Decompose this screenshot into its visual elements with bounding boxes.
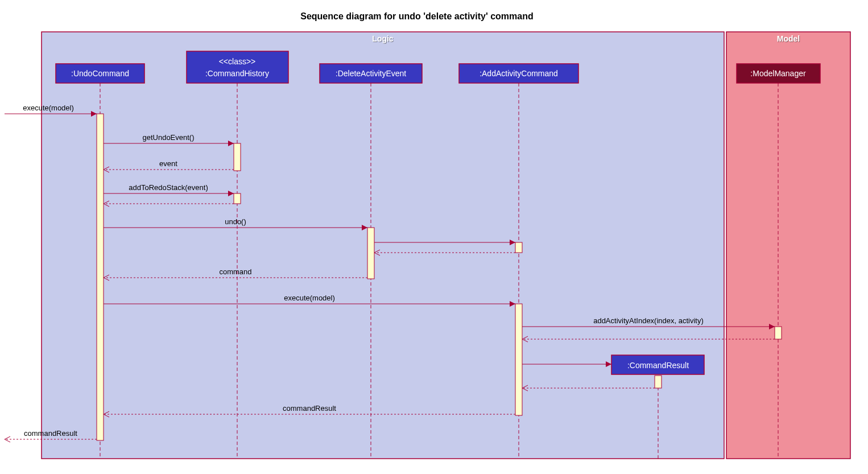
msg-execute-in-label: execute(model) <box>23 104 74 112</box>
msg-getundoevent-label: getUndoEvent() <box>142 133 194 142</box>
undo-command-label: :UndoCommand <box>71 69 129 78</box>
command-result-activation <box>655 376 662 388</box>
command-history-activation-1 <box>234 143 241 171</box>
command-history-box <box>187 51 288 83</box>
sequence-diagram: Sequence diagram for undo 'delete activi… <box>0 0 868 474</box>
add-activity-command-activation-1 <box>515 242 522 253</box>
command-history-activation-2 <box>234 193 241 204</box>
msg-addtoredostack-label: addToRedoStack(event) <box>129 183 208 192</box>
msg-addactivityatindex-label: addActivityAtIndex(index, activity) <box>593 316 704 325</box>
msg-execute2-label: execute(model) <box>284 294 335 302</box>
delete-activity-event-activation <box>367 228 374 279</box>
add-activity-command-activation-2 <box>515 304 522 415</box>
add-activity-command-label: :AddActivityCommand <box>480 69 558 78</box>
model-manager-activation <box>775 327 782 339</box>
msg-commandresult-label: commandResult <box>283 404 336 413</box>
undo-command-activation <box>97 114 104 440</box>
command-history-label: :CommandHistory <box>205 69 269 78</box>
msg-commandresult-out-label: commandResult <box>24 429 77 438</box>
command-result-label: :CommandResult <box>627 361 689 370</box>
model-frame-bg <box>726 32 850 459</box>
delete-activity-event-label: :DeleteActivityEvent <box>336 69 407 78</box>
msg-command-label: command <box>219 267 251 276</box>
command-history-stereotype: <<class>> <box>219 57 256 66</box>
logic-frame-bg <box>42 32 724 459</box>
logic-frame-label: Logic <box>372 34 394 43</box>
model-frame-label: Model <box>777 34 800 43</box>
msg-undo-label: undo() <box>225 217 246 226</box>
diagram-title: Sequence diagram for undo 'delete activi… <box>300 11 533 21</box>
msg-event-label: event <box>159 159 177 168</box>
model-manager-label: :ModelManager <box>750 69 806 78</box>
